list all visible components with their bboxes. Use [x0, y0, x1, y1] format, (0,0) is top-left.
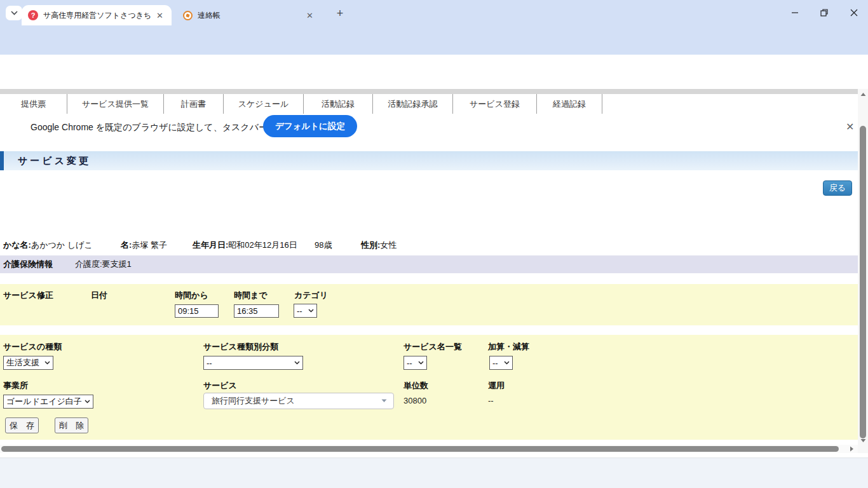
page-title: サービス変更: [4, 151, 858, 170]
patient-birth: 生年月日:昭和02年12月16日: [193, 240, 297, 251]
addition-select[interactable]: --: [489, 356, 513, 370]
banner-close-icon[interactable]: ✕: [846, 121, 854, 133]
site-navigation: 提供票 サービス提供一覧 計画書 スケジュール 活動記録 活動記録承認 サービス…: [0, 94, 602, 114]
patient-age: 98歳: [315, 240, 332, 251]
patient-gender: 性別:女性: [361, 240, 397, 251]
operation-value: --: [488, 396, 494, 405]
set-default-button[interactable]: デフォルトに設定: [263, 115, 357, 137]
category-label: カテゴリ: [294, 290, 328, 301]
back-page-button[interactable]: 戻る: [823, 180, 852, 196]
scroll-up-icon: [860, 92, 866, 97]
nav-item-kiroku-shonin[interactable]: 活動記録承認: [373, 94, 453, 114]
browser-tab-strip: ? サ高住専用経営ソフトさつきちゃん ✕ 連絡帳 ✕ +: [0, 0, 868, 25]
vertical-scroll-thumb[interactable]: [860, 126, 866, 438]
service-label: サービス: [203, 380, 237, 391]
chevron-down-icon: [418, 361, 424, 365]
page-top-divider: [0, 89, 868, 94]
service-class-label: サービス種類別分類: [203, 341, 278, 353]
tab-satsukichan[interactable]: ? サ高住専用経営ソフトさつきちゃん ✕: [22, 5, 172, 25]
service-edit-title: サービス修正: [3, 290, 53, 301]
chevron-down-icon: [44, 361, 50, 365]
nav-item-keikakusho[interactable]: 計画書: [164, 94, 224, 114]
units-value: 30800: [403, 396, 426, 405]
date-label: 日付: [91, 290, 107, 301]
service-name-list-select[interactable]: --: [403, 356, 427, 370]
window-close-button[interactable]: [849, 8, 859, 18]
service-detail-section: サービスの種類 サービス種類別分類 サービス名一覧 加算・減算 生活支援 -- …: [0, 335, 858, 440]
addition-label: 加算・減算: [488, 341, 529, 353]
new-tab-button[interactable]: +: [333, 6, 347, 20]
scroll-down-icon: [860, 438, 866, 443]
office-label: 事業所: [3, 380, 28, 391]
office-select[interactable]: ゴールドエイジ白子: [3, 395, 93, 409]
dropdown-arrow-icon: [381, 399, 387, 403]
insurance-title: 介護保険情報: [3, 255, 53, 273]
chevron-down-icon: [504, 361, 510, 365]
tab-renrakucho[interactable]: 連絡帳 ✕: [177, 5, 322, 25]
nav-item-keika-kiroku[interactable]: 経過記録: [537, 94, 602, 114]
patient-name: 名:赤塚 繁子: [121, 240, 167, 251]
tab-search-icon[interactable]: [6, 6, 22, 20]
window-minimize-button[interactable]: [790, 8, 800, 18]
horizontal-scroll-thumb[interactable]: [1, 446, 839, 452]
default-browser-banner: Google Chrome を既定のブラウザに設定して、タスクバーに固定する デ…: [0, 55, 868, 89]
chevron-down-icon: [85, 400, 90, 403]
tab-close-icon[interactable]: ✕: [154, 11, 165, 20]
delete-button[interactable]: 削 除: [55, 417, 88, 433]
window-restore-button[interactable]: [819, 8, 829, 18]
browser-toolbar: new.satsukichan.com/web/Life/Cpschedulem…: [0, 25, 868, 55]
patient-kana: かな名:あかつか しげこ: [3, 240, 93, 251]
time-from-label: 時間から: [175, 290, 208, 301]
satsukichan-favicon-icon: ?: [28, 10, 38, 20]
save-button[interactable]: 保 存: [5, 417, 39, 433]
nav-item-katsudo-kiroku[interactable]: 活動記録: [304, 94, 373, 114]
tab-title: サ高住専用経営ソフトさつきちゃん: [43, 10, 151, 21]
care-level: 介護度:要支援1: [75, 255, 132, 273]
time-to-input[interactable]: [234, 304, 279, 318]
insurance-info-row: 介護保険情報 介護度:要支援1: [0, 255, 858, 273]
windows-taskbar: ☁ 3 14°C くもりのち晴れ 検索 あ 11:07 2026/03/19: [0, 458, 868, 488]
service-type-label: サービスの種類: [3, 341, 62, 353]
tab-title: 連絡帳: [198, 10, 301, 21]
nav-item-schedule[interactable]: スケジュール: [224, 94, 304, 114]
page-title-bar: サービス変更: [0, 151, 858, 170]
service-type-select[interactable]: 生活支援: [3, 356, 53, 370]
service-edit-section: サービス修正 日付 時間から 時間まで カテゴリ --: [0, 284, 858, 325]
time-to-label: 時間まで: [234, 290, 268, 301]
category-select[interactable]: --: [294, 304, 317, 318]
tab-close-icon[interactable]: ✕: [304, 11, 315, 20]
units-label: 単位数: [403, 380, 428, 391]
time-from-input[interactable]: [175, 304, 219, 318]
chevron-down-icon: [308, 309, 314, 313]
nav-item-service-toroku[interactable]: サービス登録: [453, 94, 537, 114]
service-name-list-label: サービス名一覧: [403, 341, 462, 353]
scroll-right-icon: [850, 446, 854, 452]
service-combobox[interactable]: 旅行同行支援サービス: [203, 393, 394, 409]
service-class-select[interactable]: --: [203, 356, 303, 370]
nav-item-teikyohyo[interactable]: 提供票: [0, 94, 67, 114]
renrakucho-favicon-icon: [183, 11, 193, 20]
chevron-down-icon: [294, 361, 300, 365]
nav-item-service-list[interactable]: サービス提供一覧: [67, 94, 164, 114]
operation-label: 運用: [488, 380, 505, 391]
